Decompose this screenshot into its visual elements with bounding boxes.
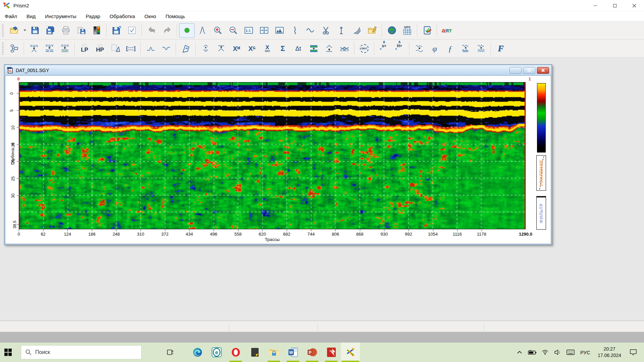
wave-peak-button[interactable] xyxy=(195,23,210,38)
tray-chevron-icon[interactable] xyxy=(514,343,525,362)
options-checkbox-button[interactable] xyxy=(124,23,140,38)
f-transform-button[interactable]: F xyxy=(493,41,508,56)
stack-traces-button[interactable] xyxy=(26,41,42,56)
radargram-canvas[interactable] xyxy=(19,82,525,229)
taskbar-app-powerpoint[interactable]: P xyxy=(303,343,322,362)
zoom-out-button[interactable] xyxy=(225,23,241,38)
close-button[interactable] xyxy=(625,0,644,11)
h-gain-button[interactable]: ∧H+ xyxy=(392,41,407,56)
decimation-button[interactable]: DEC xyxy=(357,41,372,56)
signal-arcs-button[interactable] xyxy=(349,23,364,38)
language-indicator[interactable]: РУС xyxy=(578,350,593,355)
wifi-icon[interactable] xyxy=(539,343,551,362)
s-gain-button[interactable]: ∧s+ xyxy=(376,41,392,56)
undo-button[interactable] xyxy=(144,23,159,38)
spectrum-bars-button[interactable] xyxy=(458,41,473,56)
task-view-button[interactable] xyxy=(162,343,178,362)
gps-table-button[interactable]: GPS xyxy=(399,23,415,38)
x-marker-button[interactable]: XM xyxy=(229,41,244,56)
touch-keyboard-icon[interactable] xyxy=(565,343,576,362)
frequency-button[interactable]: ƒ xyxy=(442,41,458,56)
web-globe-button[interactable] xyxy=(384,23,399,38)
filter-panel[interactable]: ФИЛЬТР xyxy=(536,196,546,230)
topography-button[interactable] xyxy=(178,41,194,56)
align-peaks-button[interactable] xyxy=(198,41,213,56)
menu-file[interactable]: Файл xyxy=(0,11,22,21)
search-input[interactable]: Поиск xyxy=(21,345,142,359)
hump-correction-button[interactable] xyxy=(143,41,158,56)
folder-pencil-icon xyxy=(368,26,377,35)
toolbar-grip[interactable] xyxy=(2,42,4,55)
taskbar-app-word[interactable]: W xyxy=(283,343,303,362)
taskbar-app-pdf[interactable]: PDF xyxy=(322,343,341,362)
wiggle-trace-button[interactable] xyxy=(287,23,303,38)
zero-clip-button[interactable]: >0< xyxy=(337,41,352,56)
open-file-button[interactable] xyxy=(6,23,22,38)
flowchart-button[interactable] xyxy=(6,41,22,56)
child-restore-button[interactable] xyxy=(523,67,535,74)
sum-button[interactable]: Σ xyxy=(275,41,290,56)
histogram-button[interactable] xyxy=(272,23,287,38)
translate-button[interactable]: aЯŦ xyxy=(439,23,454,38)
wave-trace-button[interactable] xyxy=(303,23,318,38)
filter-design-button[interactable] xyxy=(108,41,123,56)
x-grid-button[interactable]: XG xyxy=(244,41,260,56)
save-settings-button[interactable]: ? xyxy=(109,23,124,38)
save-all-button[interactable] xyxy=(43,23,58,38)
save-button[interactable] xyxy=(27,23,43,38)
taskbar-app-edge[interactable] xyxy=(188,343,207,362)
maximize-button[interactable] xyxy=(605,0,625,11)
high-pass-filter-button[interactable]: HP xyxy=(92,41,108,56)
toolbar-grip[interactable] xyxy=(2,24,4,37)
redo-button[interactable] xyxy=(159,23,175,38)
deconvolution-button[interactable] xyxy=(412,41,427,56)
taskbar-app-eset[interactable]: e xyxy=(207,343,226,362)
spectrum-waves-button[interactable] xyxy=(473,41,489,56)
menu-view[interactable]: Вид xyxy=(22,11,40,21)
taskbar-app-opera[interactable] xyxy=(226,343,245,362)
start-button[interactable] xyxy=(0,343,16,362)
phase-button[interactable]: φ xyxy=(427,41,442,56)
subtract-average-button[interactable] xyxy=(57,41,72,56)
open-file-dropdown[interactable] xyxy=(22,23,27,38)
menu-radar[interactable]: Радар xyxy=(81,11,105,21)
x-axis-title: Трассы xyxy=(19,237,526,242)
menu-window[interactable]: Окно xyxy=(140,11,161,21)
layer-stack-button[interactable] xyxy=(306,41,321,56)
average-traces-button[interactable] xyxy=(42,41,57,56)
zoom-1-1-button[interactable]: 1:1 xyxy=(241,23,256,38)
radargram-plot[interactable] xyxy=(19,82,526,229)
taskbar-app-prism2[interactable] xyxy=(341,343,360,362)
minimize-button[interactable] xyxy=(586,0,605,11)
point-mode-button[interactable] xyxy=(179,23,195,38)
menu-help[interactable]: Помощь xyxy=(161,11,190,21)
battery-icon[interactable] xyxy=(527,343,538,362)
low-pass-filter-button[interactable]: LP xyxy=(77,41,92,56)
delta-t-button[interactable]: Δt xyxy=(290,41,306,56)
radargram-window-titlebar[interactable]: DAT_0051.SGY xyxy=(5,65,551,75)
action-center-button[interactable] xyxy=(626,343,641,362)
taskbar-app-notes[interactable] xyxy=(245,343,264,362)
palette-button[interactable] xyxy=(89,23,104,38)
print-button[interactable] xyxy=(58,23,73,38)
taskbar-app-explorer[interactable] xyxy=(264,343,283,362)
peak-shift-button[interactable] xyxy=(321,41,337,56)
menu-tools[interactable]: Инструменты xyxy=(40,11,81,21)
menu-processing[interactable]: Обработка xyxy=(105,11,140,21)
edit-file-button[interactable] xyxy=(364,23,380,38)
x-gps-button[interactable]: XGPS xyxy=(260,41,275,56)
fit-view-button[interactable] xyxy=(256,23,272,38)
child-minimize-button[interactable] xyxy=(509,67,522,74)
zoom-in-button[interactable] xyxy=(210,23,225,38)
vertical-scale-button[interactable] xyxy=(333,23,349,38)
time-zero-button[interactable] xyxy=(213,41,229,56)
cut-button[interactable] xyxy=(318,23,333,38)
validate-edit-button[interactable] xyxy=(419,23,435,38)
gain-panel[interactable]: УСИЛЕНИЕ xyxy=(536,155,546,191)
matrix-filter-button[interactable]: [:::] xyxy=(123,41,139,56)
volume-icon[interactable] xyxy=(552,343,564,362)
export-save-button[interactable] xyxy=(73,23,89,38)
clock[interactable]: 20:27 17.06.2024 xyxy=(594,346,625,359)
dip-correction-button[interactable] xyxy=(158,41,174,56)
child-close-button[interactable] xyxy=(537,67,549,74)
